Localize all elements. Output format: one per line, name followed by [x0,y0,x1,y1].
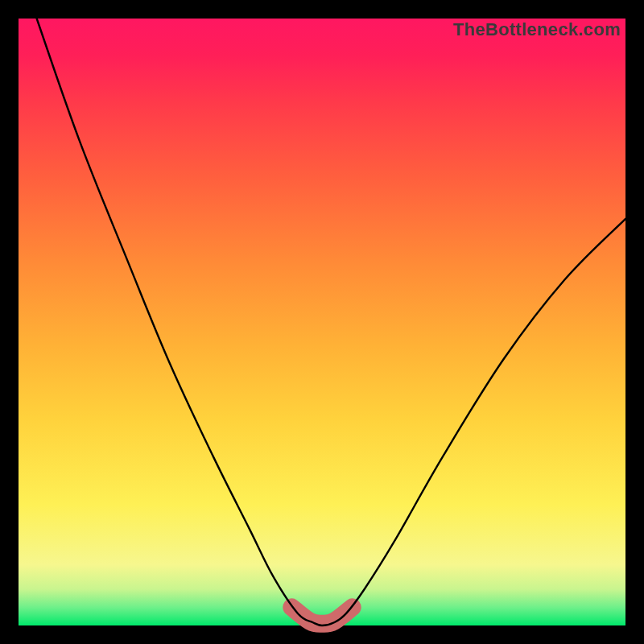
chart-frame: TheBottleneck.com [0,0,644,644]
main-curve [37,19,625,625]
plot-area: TheBottleneck.com [19,19,625,625]
curve-layer [19,19,625,625]
